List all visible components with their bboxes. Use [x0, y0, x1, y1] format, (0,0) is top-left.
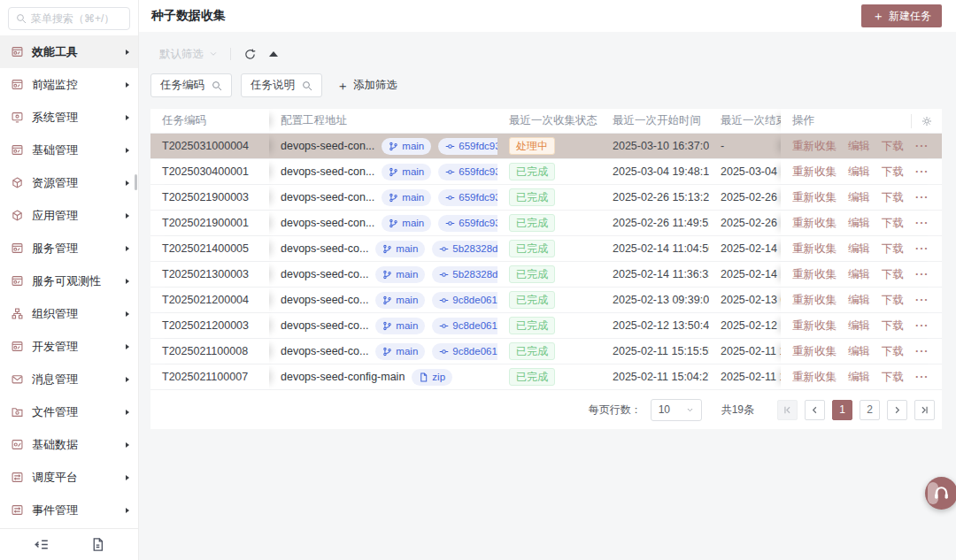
collapse-filters-icon[interactable] — [269, 51, 278, 57]
download-link[interactable]: 下载 — [882, 370, 904, 385]
add-filter-button[interactable]: ＋ 添加筛选 — [336, 78, 397, 93]
commit-badge[interactable]: 659fdc93f — [438, 138, 497, 155]
branch-badge[interactable]: main — [375, 343, 425, 360]
new-task-button[interactable]: ＋ 新建任务 — [861, 4, 942, 27]
download-link[interactable]: 下载 — [882, 190, 904, 205]
table-row[interactable]: T2025031000004devops-seed-con...main659f… — [150, 134, 942, 159]
recollect-link[interactable]: 重新收集 — [792, 293, 836, 308]
table-row[interactable]: T2025021200004devops-seed-co...main9c8de… — [150, 288, 942, 313]
table-row[interactable]: T2025021200003devops-seed-co...main9c8de… — [150, 313, 942, 339]
edit-link[interactable]: 编辑 — [848, 293, 870, 308]
download-link[interactable]: 下载 — [882, 293, 904, 308]
edit-link[interactable]: 编辑 — [848, 139, 870, 154]
prev-page-button[interactable] — [805, 400, 825, 420]
edit-link[interactable]: 编辑 — [848, 190, 870, 205]
last-page-button[interactable] — [914, 400, 935, 420]
collapse-sidebar-icon[interactable] — [34, 537, 49, 552]
refresh-icon[interactable] — [243, 48, 257, 61]
recollect-link[interactable]: 重新收集 — [792, 267, 836, 282]
edit-link[interactable]: 编辑 — [848, 370, 870, 385]
download-link[interactable]: 下载 — [882, 165, 904, 180]
sidebar-item-file-mgmt[interactable]: 文件管理 — [0, 395, 138, 428]
download-link[interactable]: 下载 — [882, 216, 904, 231]
sidebar-item-observability[interactable]: 服务可观测性 — [0, 265, 138, 297]
table-row[interactable]: T2025021100007devops-seed-config-mainzip… — [150, 364, 942, 390]
commit-badge[interactable]: 659fdc93f — [438, 164, 497, 180]
first-page-button[interactable] — [777, 400, 798, 420]
edit-link[interactable]: 编辑 — [848, 242, 870, 257]
edit-link[interactable]: 编辑 — [848, 216, 870, 231]
branch-badge[interactable]: main — [382, 164, 431, 180]
page-size-select[interactable]: 10 — [651, 399, 702, 421]
commit-badge[interactable]: 9c8de061c — [432, 318, 497, 334]
commit-badge[interactable]: 659fdc93f — [438, 215, 497, 232]
more-actions-icon[interactable]: ··· — [915, 371, 929, 383]
more-actions-icon[interactable]: ··· — [915, 217, 929, 229]
sidebar-item-system-mgmt[interactable]: 系统管理 — [0, 101, 138, 134]
recollect-link[interactable]: 重新收集 — [792, 139, 836, 154]
recollect-link[interactable]: 重新收集 — [792, 242, 836, 257]
more-actions-icon[interactable]: ··· — [915, 345, 929, 357]
commit-badge[interactable]: 9c8de061c — [432, 292, 497, 309]
table-row[interactable]: T2025021300003devops-seed-co...main5b283… — [150, 262, 942, 288]
recollect-link[interactable]: 重新收集 — [792, 344, 836, 359]
table-row[interactable]: T2025021100008devops-seed-co...main9c8de… — [150, 339, 942, 364]
branch-badge[interactable]: main — [375, 266, 425, 283]
more-actions-icon[interactable]: ··· — [915, 268, 929, 280]
edit-link[interactable]: 编辑 — [848, 344, 870, 359]
commit-badge[interactable]: 659fdc93f — [438, 189, 497, 206]
document-icon[interactable] — [90, 537, 105, 552]
table-row[interactable]: T2025021900001devops-seed-con...main659f… — [150, 211, 942, 236]
archive-badge[interactable]: zip — [412, 369, 452, 386]
download-link[interactable]: 下载 — [882, 139, 904, 154]
sidebar-item-service-mgmt[interactable]: 服务管理 — [0, 232, 138, 265]
more-actions-icon[interactable]: ··· — [915, 140, 929, 152]
sidebar-item-schedule-platform[interactable]: 调度平台 — [0, 461, 138, 494]
menu-search-box[interactable] — [8, 7, 130, 30]
sidebar-item-resource-mgmt[interactable]: 资源管理 — [0, 166, 138, 199]
recollect-link[interactable]: 重新收集 — [792, 370, 836, 385]
sidebar-item-message-mgmt[interactable]: 消息管理 — [0, 363, 138, 395]
sidebar-item-base-mgmt[interactable]: 基础管理 — [0, 134, 138, 166]
download-link[interactable]: 下载 — [882, 344, 904, 359]
filter-chip-task-desc[interactable]: 任务说明 — [241, 73, 322, 97]
commit-badge[interactable]: 9c8de061c — [432, 343, 497, 360]
sidebar-scrollbar-thumb[interactable] — [135, 174, 137, 190]
preset-filter-select[interactable]: 默认筛选 — [159, 47, 218, 62]
branch-badge[interactable]: main — [382, 138, 431, 155]
branch-badge[interactable]: main — [375, 241, 425, 257]
sidebar-item-event-mgmt[interactable]: 事件管理 — [0, 494, 138, 526]
edit-link[interactable]: 编辑 — [848, 267, 870, 282]
download-link[interactable]: 下载 — [882, 242, 904, 257]
help-float-button[interactable] — [925, 477, 956, 510]
recollect-link[interactable]: 重新收集 — [792, 216, 836, 231]
table-row[interactable]: T2025030400001devops-seed-con...main659f… — [150, 159, 942, 185]
commit-badge[interactable]: 5b28328d3 — [432, 266, 497, 283]
branch-badge[interactable]: main — [375, 292, 425, 309]
menu-search-input[interactable] — [31, 12, 124, 25]
sidebar-item-frontend-monitor[interactable]: 前端监控 — [0, 68, 138, 101]
table-row[interactable]: T2025021900003devops-seed-con...main659f… — [150, 185, 942, 211]
more-actions-icon[interactable]: ··· — [915, 191, 929, 203]
sidebar-item-base-data[interactable]: 基础数据 — [0, 428, 138, 461]
more-actions-icon[interactable]: ··· — [915, 242, 929, 255]
commit-badge[interactable]: 5b28328d3 — [432, 241, 497, 257]
column-settings-icon[interactable] — [921, 115, 933, 127]
sidebar-item-org-mgmt[interactable]: 组织管理 — [0, 297, 138, 330]
more-actions-icon[interactable]: ··· — [915, 319, 929, 332]
download-link[interactable]: 下载 — [882, 318, 904, 334]
page-button-2[interactable]: 2 — [860, 400, 880, 420]
more-actions-icon[interactable]: ··· — [915, 165, 929, 178]
recollect-link[interactable]: 重新收集 — [792, 190, 836, 205]
table-row[interactable]: T2025021400005devops-seed-co...main5b283… — [150, 236, 942, 262]
branch-badge[interactable]: main — [375, 318, 425, 334]
recollect-link[interactable]: 重新收集 — [792, 165, 836, 180]
more-actions-icon[interactable]: ··· — [915, 294, 929, 306]
recollect-link[interactable]: 重新收集 — [792, 318, 836, 334]
page-button-1[interactable]: 1 — [832, 400, 852, 420]
download-link[interactable]: 下载 — [882, 267, 904, 282]
sidebar-item-dev-mgmt[interactable]: 开发管理 — [0, 330, 138, 363]
next-page-button[interactable] — [887, 400, 907, 420]
edit-link[interactable]: 编辑 — [848, 165, 870, 180]
sidebar-item-efficiency-tools[interactable]: 效能工具 — [0, 35, 138, 68]
